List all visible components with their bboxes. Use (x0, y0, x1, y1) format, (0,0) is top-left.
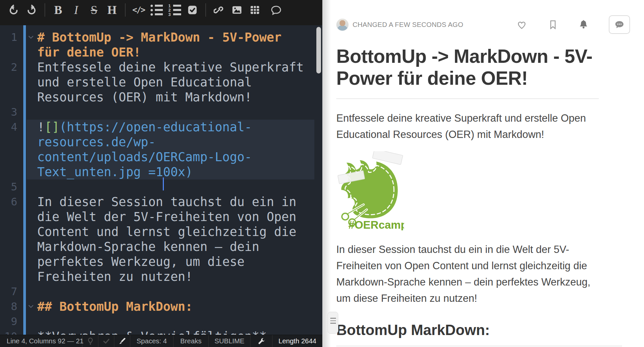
status-bar: Line 4, Columns 92 — 21 Spaces: 4 Bre (0, 335, 322, 347)
fold-chevron-icon[interactable] (28, 304, 34, 309)
toolbar-divider (125, 3, 126, 17)
table-button[interactable] (247, 2, 263, 18)
code-icon: </> (132, 5, 145, 15)
token: # BottomUp -> MarkDown - 5V-Power (37, 30, 281, 45)
app-window: B I S H </> 1 2 3 (0, 0, 644, 347)
bell-icon (578, 19, 589, 30)
bold-icon: B (54, 4, 62, 16)
spellcheck-toggle-button[interactable] (98, 335, 114, 347)
editor-line[interactable]: 8## BottomUp MarkDown: (0, 299, 322, 314)
notifications-button[interactable] (578, 19, 589, 30)
token: ## BottomUp MarkDown: (37, 299, 193, 314)
checklist-button[interactable] (185, 2, 200, 18)
editor-text-row (37, 314, 322, 329)
editor-line[interactable]: 10**Verwahren & Vervielfältigen** (0, 329, 322, 335)
bullet-list-button[interactable] (149, 2, 164, 18)
author-avatar[interactable] (336, 19, 349, 31)
editor-text-row: Entfessele deine kreative Superkraft (37, 60, 322, 75)
editor-line[interactable]: 2Entfessele deine kreative Superkraftund… (0, 60, 322, 105)
section-heading: BottomUp MarkDown: (336, 322, 644, 338)
editor-line[interactable]: 4![](https://open-educational-resources.… (0, 120, 322, 179)
toolbar-divider (205, 3, 206, 17)
editor-text-row: content/uploads/OERCamp-Logo- (37, 150, 314, 165)
status-linebreaks-setting[interactable]: Breaks (173, 335, 209, 347)
link-button[interactable] (211, 2, 227, 18)
token: In dieser Session tauchst du ein in (37, 195, 296, 209)
link-icon (214, 5, 224, 15)
bullet-list-icon (151, 5, 163, 16)
token: Text_unten.jpg =1 (37, 165, 163, 179)
heading-button[interactable]: H (104, 2, 120, 18)
editor-text-row: ## BottomUp MarkDown: (37, 299, 322, 314)
token: ! (37, 120, 45, 134)
line-number: 4 (0, 120, 17, 135)
editor-text-row: **Verwahren & Vervielfältigen** (37, 329, 322, 335)
editor-text-row: Content und lernst gleichzeitig die (37, 224, 322, 239)
comment-button[interactable] (268, 2, 284, 18)
token: content/uploads/OERCamp-Logo- (37, 150, 252, 164)
status-doc-length: Length 2644 (272, 335, 322, 347)
strikethrough-icon: S (91, 4, 97, 16)
line-number: 2 (0, 60, 17, 75)
bold-button[interactable]: B (51, 2, 66, 18)
heading-icon: H (107, 4, 117, 16)
token: (https://open-educational- (59, 120, 252, 134)
line-number: 1 (0, 30, 17, 45)
editor-line[interactable]: 5 (0, 179, 322, 194)
token: perfektes Werkzeug, um diese (37, 255, 245, 269)
checklist-icon (187, 4, 198, 16)
oercamp-logo-image: #OERcamp (338, 151, 404, 230)
paragraph-intro: Entfessele deine kreative Superkraft und… (336, 110, 607, 143)
theme-brush-button[interactable] (114, 335, 130, 347)
editor-line[interactable]: 6In dieser Session tauchst du ein indie … (0, 194, 322, 284)
line-number: 5 (0, 179, 17, 194)
editor-line[interactable]: 3 (0, 105, 322, 120)
token: Markdown-Sprache kennen – dein (37, 240, 259, 254)
bookmark-icon (548, 19, 558, 30)
gutter-accent-bar (23, 25, 26, 335)
editor-line[interactable]: 1# BottomUp -> MarkDown - 5V-Powerfür de… (0, 30, 322, 60)
ordered-list-button[interactable]: 1 2 3 (167, 2, 182, 18)
bookmark-button[interactable] (548, 19, 558, 30)
line-number: 6 (0, 194, 17, 209)
token: Resources (OER) mit Markdown! (37, 90, 252, 104)
editor-text-row: Markdown-Sprache kennen – dein (37, 239, 322, 254)
editor-text-row: und erstelle Open Educational (37, 75, 322, 90)
editor-line[interactable]: 7 (0, 284, 322, 299)
editor-area[interactable]: 1# BottomUp -> MarkDown - 5V-Powerfür de… (0, 25, 322, 335)
token: [] (45, 120, 59, 134)
wrench-icon (258, 337, 266, 345)
code-block-button[interactable]: </> (131, 2, 146, 18)
italic-button[interactable]: I (68, 2, 84, 18)
pane-resize-handle[interactable] (328, 312, 338, 334)
status-keymap-setting[interactable]: SUBLIME (209, 335, 251, 347)
token: Content und lernst gleichzeitig die (37, 225, 296, 239)
editor-text-row: resources.de/wp- (37, 135, 314, 150)
strikethrough-button[interactable]: S (86, 2, 102, 18)
editor-lines: 1# BottomUp -> MarkDown - 5V-Powerfür de… (0, 30, 322, 335)
token: **Verwahren & Vervielfältigen** (37, 329, 267, 335)
section-divider (336, 346, 622, 346)
open-comments-button[interactable] (609, 15, 630, 34)
comment-bubble-icon (270, 4, 282, 16)
like-button[interactable] (516, 19, 528, 30)
status-indent-setting[interactable]: Spaces: 4 (130, 335, 173, 347)
night-mode-button[interactable] (82, 335, 98, 347)
line-number: 3 (0, 105, 17, 120)
undo-icon[interactable] (6, 2, 21, 18)
logo-caption: #OERcamp (348, 219, 404, 230)
editor-text-row: ![](https://open-educational- (37, 120, 314, 135)
editor-text-row: Resources (OER) mit Markdown! (37, 90, 322, 105)
token: und erstelle Open Educational (37, 75, 252, 89)
image-icon (231, 4, 243, 16)
redo-icon[interactable] (24, 2, 39, 18)
fold-chevron-icon[interactable] (28, 35, 34, 40)
editor-scrollbar[interactable] (316, 27, 321, 73)
editor-line[interactable]: 9 (0, 314, 322, 329)
preview-pane: CHANGED A FEW SECONDS AGO (322, 0, 644, 347)
image-button[interactable] (229, 2, 245, 18)
editor-settings-button[interactable] (251, 335, 272, 347)
editor-text-row (37, 105, 322, 120)
token: resources.de/wp- (37, 135, 156, 149)
heart-icon (516, 19, 528, 30)
